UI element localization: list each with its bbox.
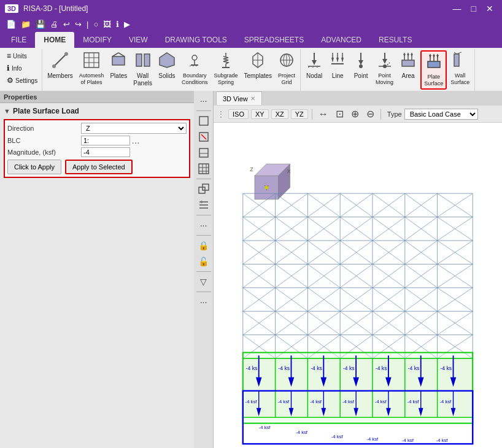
members-icon [52, 52, 69, 71]
properties-highlight-box: Direction X Y Z BLC … Magnitude, (ksf) C… [4, 119, 190, 178]
solids-button[interactable]: Solids [156, 50, 178, 81]
point-moving-button[interactable]: PointMoving [373, 50, 396, 87]
toolbar-node-button[interactable] [195, 145, 212, 160]
click-to-apply-button[interactable]: Click to Apply [7, 160, 61, 174]
redo-button[interactable]: ↪ [74, 20, 83, 29]
wall-surface-icon [452, 52, 469, 71]
toolbar-more-top[interactable]: ··· [195, 93, 212, 108]
xy-button[interactable]: XY [251, 109, 269, 119]
svg-text:-4 ksf: -4 ksf [296, 430, 308, 435]
window-title: RISA-3D - [Untitled] [23, 4, 88, 13]
units-icon: ≡ [7, 52, 11, 60]
tab-drawing-tools[interactable]: DRAWING TOOLS [156, 32, 236, 48]
svg-text:Z: Z [250, 166, 253, 172]
tab-close-button[interactable]: ✕ [250, 95, 255, 102]
tab-3d-view[interactable]: 3D View ✕ [216, 91, 262, 105]
tab-results[interactable]: RESULTS [370, 32, 420, 48]
iso-button[interactable]: ISO [228, 109, 249, 119]
minimize-button[interactable]: — [449, 4, 465, 14]
apply-to-selected-button[interactable]: Apply to Selected [65, 160, 133, 174]
svg-text:-4 ks: -4 ks [408, 365, 420, 371]
plates-button[interactable]: Plates [107, 50, 129, 81]
plate-surface-label: PlateSurface [424, 74, 443, 87]
close-button[interactable]: ✕ [482, 4, 497, 14]
svg-text:-4 ksf: -4 ksf [245, 399, 258, 404]
properties-tab[interactable]: Properties [4, 93, 37, 101]
svg-text:-4 ks: -4 ks [343, 365, 355, 371]
members-button[interactable]: Members [45, 50, 75, 81]
plates-icon [110, 52, 127, 71]
toolbar-align-button[interactable] [195, 198, 212, 212]
tab-view[interactable]: VIEW [120, 32, 156, 48]
collapse-icon[interactable]: ▼ [4, 107, 10, 115]
tab-file[interactable]: FILE [2, 32, 35, 48]
toolbar-corner-button[interactable] [195, 182, 212, 196]
pan-icon[interactable]: ↔ [316, 108, 331, 120]
xz-button[interactable]: XZ [271, 109, 288, 119]
tab-modify[interactable]: MODIFY [74, 32, 120, 48]
direction-select[interactable]: X Y Z [81, 123, 187, 134]
run-button[interactable]: ▶ [123, 20, 131, 29]
area-icon [400, 52, 417, 71]
magnitude-label: Magnitude, (ksf) [7, 149, 81, 156]
svg-text:-4 ks: -4 ks [278, 365, 290, 371]
tab-advanced[interactable]: ADVANCED [312, 32, 370, 48]
boundary-conditions-button[interactable]: BoundaryConditions [179, 50, 210, 87]
toolbar-delete-button[interactable] [195, 129, 212, 144]
toolbar-lock-button[interactable]: 🔒 [195, 238, 212, 253]
zoom-in-icon[interactable]: ⊕ [349, 107, 361, 120]
subgrade-spring-button[interactable]: SubgradeSpring [211, 50, 240, 87]
blc-input[interactable] [81, 136, 130, 145]
open-button[interactable]: 📁 [20, 20, 32, 29]
svg-rect-68 [199, 117, 208, 125]
point-moving-icon [376, 52, 393, 71]
circle-button[interactable]: ○ [92, 20, 99, 29]
templates-button[interactable]: Templates [242, 50, 275, 81]
toolbar-grid-button[interactable] [195, 161, 212, 176]
tab-spreadsheets[interactable]: SPREADSHEETS [236, 32, 312, 48]
blc-dots-button[interactable]: … [131, 136, 140, 145]
save-button[interactable]: 💾 [34, 20, 47, 29]
automesh-button[interactable]: Automeshof Plates [77, 50, 107, 87]
toolbar-unlock-button[interactable]: 🔓 [195, 254, 212, 269]
type-select[interactable]: Basic Load Case Load Combination Envelop… [404, 109, 478, 120]
magnitude-input[interactable] [81, 147, 130, 157]
render-button[interactable]: 🖼 [102, 20, 112, 29]
undo-button[interactable]: ↩ [62, 20, 71, 29]
wall-panels-button[interactable]: WallPanels [131, 50, 155, 88]
info-button[interactable]: ℹ Info [5, 63, 39, 74]
nodal-button[interactable]: Nodal [303, 50, 325, 81]
plate-surface-button[interactable]: PlateSurface [420, 50, 447, 90]
point-button[interactable]: Point [350, 50, 372, 81]
svg-point-2 [64, 52, 68, 56]
zoom-out-icon[interactable]: ⊖ [364, 107, 377, 120]
maximize-button[interactable]: □ [468, 4, 480, 14]
toolbar-filter-button[interactable]: ▽ [195, 274, 212, 289]
line-button[interactable]: Line [326, 50, 349, 81]
toolbar-select-button[interactable] [195, 114, 212, 128]
svg-marker-64 [436, 55, 439, 58]
model-panel-header: Properties [0, 91, 194, 103]
toolbar-more-dots-1[interactable]: ··· [195, 218, 212, 233]
toolbar-more-dots-2[interactable]: ··· [195, 295, 212, 309]
print-button[interactable]: 🖨 [49, 20, 60, 29]
wall-surface-button[interactable]: WallSurface [448, 50, 472, 87]
area-button[interactable]: Area [397, 50, 419, 81]
draw-loads-content: Nodal Line Point PointMovi [303, 50, 472, 92]
project-grid-button[interactable]: ProjectGrid [276, 50, 298, 87]
units-button[interactable]: ≡ Units [5, 50, 39, 61]
yz-button[interactable]: YZ [291, 109, 308, 119]
svg-line-10 [118, 53, 125, 56]
automesh-label: Automeshof Plates [79, 72, 104, 86]
svg-marker-56 [407, 54, 409, 56]
model-3d-svg: Y Z X [214, 123, 502, 448]
fit-icon[interactable]: ⊡ [333, 107, 346, 120]
tab-home[interactable]: HOME [35, 32, 74, 48]
svg-text:-4 ksf: -4 ksf [366, 436, 379, 442]
new-button[interactable]: 📄 [5, 20, 17, 29]
svg-rect-12 [144, 54, 150, 66]
settings-button[interactable]: ⚙ Settings [5, 75, 39, 86]
info-qa-button[interactable]: ℹ [115, 20, 120, 29]
draw-elements-content: Members Automeshof Plates Plates [45, 50, 298, 92]
units-label: Units [13, 53, 27, 60]
